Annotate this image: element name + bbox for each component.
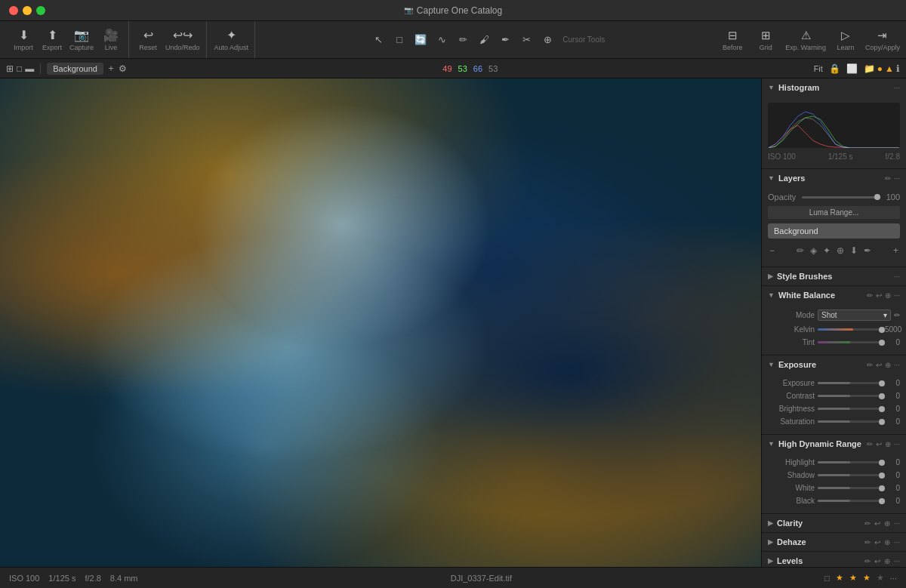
exposure-header[interactable]: ▼ Exposure ✏ ↩ ⊕ ··· <box>762 356 906 374</box>
status-more-icon[interactable]: ··· <box>890 574 897 583</box>
maximize-button[interactable] <box>36 6 45 15</box>
brightness-thumb[interactable] <box>879 406 885 412</box>
wb-menu-icon[interactable]: ··· <box>894 291 900 300</box>
alert-icon[interactable]: ▲ <box>885 63 894 74</box>
hdr-header[interactable]: ▼ High Dynamic Range ✏ ↩ ⊕ ··· <box>762 435 906 453</box>
shadow-thumb[interactable] <box>879 473 885 479</box>
hdr-edit-icon[interactable]: ✏ <box>867 440 873 448</box>
wb-copy-icon[interactable]: ⊕ <box>885 291 891 300</box>
undo-button[interactable]: ↩↪ Undo/Redo <box>165 28 200 51</box>
opacity-thumb[interactable] <box>874 194 880 200</box>
white-slider[interactable] <box>818 487 882 489</box>
luma-range-button[interactable]: Luma Range... <box>768 206 900 219</box>
hdr-copy-icon[interactable]: ⊕ <box>885 440 891 448</box>
opacity-slider[interactable] <box>802 196 880 199</box>
dehaze-edit-icon[interactable]: ✏ <box>864 538 871 546</box>
cursor-tool-7[interactable]: ✒ <box>496 31 514 49</box>
contrast-slider[interactable] <box>818 395 882 397</box>
dehaze-copy-icon[interactable]: ⊕ <box>884 538 890 546</box>
clarity-edit-icon[interactable]: ✏ <box>864 519 871 528</box>
traffic-lights[interactable] <box>9 6 45 15</box>
exposure-thumb[interactable] <box>879 380 885 386</box>
settings-icon[interactable]: ⚙ <box>119 63 127 74</box>
filmstrip-icon[interactable]: ▬ <box>25 63 34 74</box>
edit-pen-icon[interactable]: ✒ <box>862 244 873 257</box>
clarity-copy-icon[interactable]: ⊕ <box>884 519 890 528</box>
exposure-slider[interactable] <box>818 382 882 384</box>
black-thumb[interactable] <box>879 498 885 504</box>
copy-icon[interactable]: ⊕ <box>835 244 846 257</box>
layers-minus-icon[interactable]: − <box>768 244 776 257</box>
lock-icon[interactable]: 🔒 <box>829 63 840 74</box>
brightness-slider[interactable] <box>818 408 882 410</box>
cursor-tool-2[interactable]: □ <box>390 31 408 49</box>
single-view-icon[interactable]: □ <box>17 63 22 74</box>
layers-plus-icon[interactable]: + <box>892 244 900 257</box>
zoom-icon[interactable]: ⬜ <box>846 63 858 74</box>
tint-slider[interactable] <box>818 341 882 343</box>
exp-edit-icon[interactable]: ✏ <box>867 361 873 369</box>
info-icon[interactable]: ℹ <box>896 63 900 74</box>
learn-button[interactable]: ▷ Learn <box>832 29 859 51</box>
highlight-slider[interactable] <box>818 461 882 463</box>
tint-thumb[interactable] <box>879 340 885 346</box>
levels-reset-icon[interactable]: ↩ <box>874 557 880 565</box>
wb-mode-edit-icon[interactable]: ✏ <box>894 311 900 319</box>
exp-warning-button[interactable]: ⚠ Exp. Warning <box>785 29 826 51</box>
kelvin-slider[interactable] <box>818 328 882 331</box>
capture-button[interactable]: 📷 Capture <box>69 28 94 51</box>
levels-section[interactable]: ▶ Levels ✏ ↩ ⊕ ··· <box>762 552 906 567</box>
star-4[interactable]: ★ <box>877 573 884 583</box>
cursor-tool-4[interactable]: ∿ <box>433 31 451 49</box>
style-brushes-menu[interactable]: ··· <box>894 272 900 281</box>
dehaze-section[interactable]: ▶ Dehaze ✏ ↩ ⊕ ··· <box>762 533 906 552</box>
white-balance-header[interactable]: ▼ White Balance ✏ ↩ ⊕ ··· <box>762 286 906 304</box>
exp-reset-icon[interactable]: ↩ <box>876 361 882 369</box>
background-label[interactable]: Background <box>47 63 103 75</box>
kelvin-thumb[interactable] <box>879 327 885 333</box>
cursor-tool-6[interactable]: 🖌 <box>475 31 493 49</box>
saturation-slider[interactable] <box>818 420 882 423</box>
layers-header[interactable]: ▼ Layers ✏ ··· <box>762 169 906 187</box>
import-button[interactable]: ⬇ Import <box>12 28 35 51</box>
white-thumb[interactable] <box>879 485 885 491</box>
download-icon[interactable]: ⬇ <box>849 244 859 257</box>
levels-edit-icon[interactable]: ✏ <box>864 557 871 565</box>
cursor-tool-5[interactable]: ✏ <box>454 31 472 49</box>
exp-copy-icon[interactable]: ⊕ <box>885 361 891 369</box>
shadow-slider[interactable] <box>818 474 882 476</box>
color-icon[interactable]: ● <box>877 63 883 74</box>
exp-menu-icon[interactable]: ··· <box>894 361 900 369</box>
hdr-reset-icon[interactable]: ↩ <box>876 440 882 448</box>
auto-adjust-button[interactable]: ✦ Auto Adjust <box>214 28 249 51</box>
cursor-tool-1[interactable]: ↖ <box>369 31 387 49</box>
cursor-tool-9[interactable]: ⊕ <box>538 31 556 49</box>
reset-button[interactable]: ↩ Reset <box>137 28 159 51</box>
mode-select[interactable]: Shot ▾ <box>818 309 891 321</box>
levels-menu-icon[interactable]: ··· <box>894 557 900 565</box>
contrast-thumb[interactable] <box>879 393 885 399</box>
copy-apply-button[interactable]: ⇥ Copy/Apply <box>865 29 900 51</box>
background-layer[interactable]: Background <box>768 223 900 239</box>
cursor-tool-3[interactable]: 🔄 <box>411 31 430 49</box>
magic-icon[interactable]: ✦ <box>821 244 832 257</box>
black-slider[interactable] <box>818 500 882 502</box>
star-2[interactable]: ★ <box>849 573 857 583</box>
layers-edit-icon[interactable]: ✏ <box>885 174 891 183</box>
before-button[interactable]: ⊟ Before <box>719 29 746 51</box>
clarity-section[interactable]: ▶ Clarity ✏ ↩ ⊕ ··· <box>762 514 906 533</box>
clarity-menu-icon[interactable]: ··· <box>894 519 900 528</box>
clarity-reset-icon[interactable]: ↩ <box>874 519 880 528</box>
star-3[interactable]: ★ <box>863 573 871 583</box>
wb-reset-icon[interactable]: ↩ <box>876 291 882 300</box>
layers-menu-icon[interactable]: ··· <box>894 174 900 183</box>
saturation-thumb[interactable] <box>879 419 885 425</box>
cursor-tool-8[interactable]: ✂ <box>517 31 535 49</box>
export-button[interactable]: ⬆ Export <box>41 28 63 51</box>
minimize-button[interactable] <box>23 6 32 15</box>
histogram-header[interactable]: ▼ Histogram ··· <box>762 79 906 97</box>
live-button[interactable]: 🎥 Live <box>100 28 122 51</box>
add-icon[interactable]: ＋ <box>106 62 116 75</box>
dehaze-reset-icon[interactable]: ↩ <box>874 538 880 546</box>
files-icon[interactable]: 📁 <box>864 63 875 74</box>
